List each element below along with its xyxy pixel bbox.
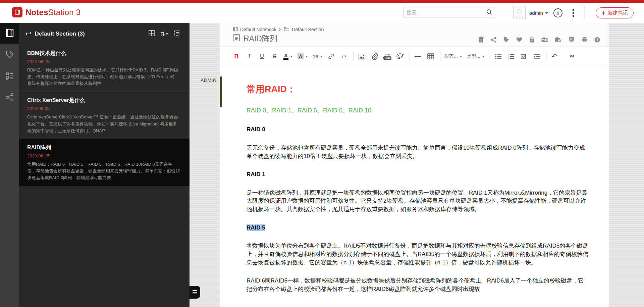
note-date: 2020-08-05	[27, 106, 181, 111]
tag-icon	[5, 50, 14, 60]
font-size-select[interactable]: 16	[313, 51, 323, 61]
top-accent-bar	[0, 0, 644, 3]
snapshot-icon[interactable]	[541, 37, 548, 42]
tag-icon[interactable]	[503, 37, 509, 43]
back-icon[interactable]: ↩	[25, 30, 31, 38]
topbar: NotesStation 3 admin i + 新建笔记	[0, 3, 644, 23]
notes-station-logo-icon	[12, 7, 22, 17]
note-content[interactable]: 常用RAID： RAID 0、RAID 1、RAID 5、RAID 6、RAID…	[220, 66, 609, 307]
notes-panel-tools: ⇅	[148, 30, 181, 38]
editor-header: Default Notebook > Default Section RAID阵…	[220, 23, 609, 47]
note-card-bbm[interactable]: BBM技术是什么 2020-08-15 BBM是一种磁盘阵列处理坏道问题的技术。…	[19, 45, 190, 92]
user-menu-caret-icon[interactable]	[545, 12, 548, 14]
insert-image-button[interactable]	[358, 51, 366, 61]
undo-button[interactable]: ↶	[550, 51, 558, 61]
note-card-raid-selected[interactable]: RAID阵列 2020-08-15 常用RAID：RAID 0、RAID 1、R…	[19, 139, 190, 186]
rail-item-todo[interactable]	[0, 66, 19, 87]
breadcrumb-section[interactable]: Default Section	[292, 27, 324, 32]
highlight-color-button[interactable]: A	[298, 51, 308, 61]
new-note-button[interactable]: + 新建笔记	[596, 7, 634, 18]
panel-collapse-handle[interactable]	[190, 286, 200, 299]
plus-icon: +	[601, 10, 605, 16]
type-caret-icon	[482, 56, 485, 57]
rail-item-notebooks[interactable]	[0, 23, 19, 44]
indent-button[interactable]	[533, 51, 541, 61]
underline-button[interactable]: U	[258, 51, 266, 61]
doodle-button[interactable]	[396, 51, 404, 61]
font-color-swatch	[283, 58, 288, 60]
info-icon[interactable]: i	[553, 8, 562, 17]
font-color-caret-icon	[290, 56, 293, 57]
blockquote-button[interactable]: ”	[568, 51, 576, 61]
section-heading-raid5: RAID 5	[247, 224, 589, 232]
note-info-icon[interactable]	[594, 37, 600, 43]
grid-view-icon[interactable]	[148, 30, 155, 38]
search-input[interactable]	[403, 7, 495, 17]
toolbar-divider	[354, 52, 354, 61]
avatar[interactable]	[513, 6, 526, 18]
strikethrough-button[interactable]: S	[271, 51, 279, 61]
font-size-caret-icon	[320, 56, 323, 57]
rail-item-tags[interactable]	[0, 44, 19, 66]
app-logo: NotesStation 3	[12, 7, 80, 17]
username-label[interactable]: admin	[529, 3, 543, 23]
sort-icon[interactable]: ⇅	[160, 31, 168, 38]
notebook-icon	[5, 28, 14, 39]
bold-button[interactable]: B	[232, 51, 240, 61]
section-breadcrumb-icon	[284, 27, 289, 33]
section-body-raid0: 无冗余备份，存储池包含所有硬盘容量，硬盘全部用来提升读写能力。简单而言：假设10…	[247, 144, 589, 160]
app-window: NotesStation 3 admin i + 新建笔记	[0, 0, 644, 307]
collaborator-cursor-bar	[220, 76, 222, 107]
attach-file-button[interactable]	[371, 51, 379, 61]
presentation-icon[interactable]	[569, 37, 575, 43]
align-dropdown[interactable]: 对齐...	[444, 51, 462, 61]
print-icon[interactable]	[582, 37, 587, 43]
youtube-button[interactable]: YouTube	[383, 51, 392, 61]
breadcrumb-notebook[interactable]: Default Notebook	[240, 27, 276, 32]
editor-toolbar: B I U S A A 16 T✕ YouTube 对齐... 类型...	[220, 47, 609, 66]
topbar-divider	[585, 7, 585, 19]
note-preview: 常用RAID：RAID 0、RAID 1、RAID 5、RAID 6、RAID …	[27, 161, 181, 181]
link-button[interactable]	[327, 51, 335, 61]
selected-text: RAID 5	[247, 224, 265, 231]
favorite-icon[interactable]	[516, 37, 522, 42]
breadcrumb: Default Notebook > Default Section	[233, 23, 609, 33]
new-note-list-icon[interactable]	[174, 30, 181, 38]
note-document-icon	[233, 34, 240, 44]
lock-icon[interactable]	[529, 37, 534, 43]
snapshot-settings-icon[interactable]	[555, 37, 561, 42]
section-title: Default Section (3)	[35, 31, 148, 37]
note-card-citrix[interactable]: Citrix XenServer是什么 2020-08-05 Citrix Xe…	[19, 92, 190, 139]
horizontal-rule-button[interactable]	[414, 51, 422, 61]
workspace: ↩ Default Section (3) ⇅ BBM技术是什么 2020-08…	[0, 23, 644, 307]
notes-panel: ↩ Default Section (3) ⇅ BBM技术是什么 2020-08…	[19, 23, 190, 307]
delete-icon[interactable]	[478, 37, 484, 43]
toolbar-divider	[440, 52, 440, 61]
clear-format-button[interactable]: T✕	[340, 51, 348, 61]
bullet-list-button[interactable]	[494, 51, 502, 61]
notes-panel-header: ↩ Default Section (3) ⇅	[19, 23, 190, 45]
font-color-button[interactable]: A	[283, 51, 293, 61]
section-heading-raid0: RAID 0	[247, 125, 589, 134]
note-date: 2020-08-15	[27, 59, 181, 64]
search-icon[interactable]	[486, 9, 492, 16]
checklist-button[interactable]	[520, 51, 528, 61]
numbered-list-button[interactable]: 123	[507, 51, 515, 61]
share-icon	[5, 93, 14, 103]
italic-button[interactable]: I	[245, 51, 253, 61]
toolbar-divider	[490, 52, 490, 61]
note-title: Citrix XenServer是什么	[27, 97, 181, 104]
type-dropdown[interactable]: 类型...	[467, 51, 485, 61]
share-icon[interactable]	[491, 37, 496, 43]
more-options-icon[interactable]	[573, 9, 574, 18]
note-date: 2020-08-15	[27, 153, 181, 158]
editor-panel: Default Notebook > Default Section RAID阵…	[220, 23, 609, 307]
note-content-inner: 常用RAID： RAID 0、RAID 1、RAID 5、RAID 6、RAID…	[247, 83, 589, 294]
left-rail	[0, 23, 19, 307]
insert-table-button[interactable]	[427, 51, 435, 61]
content-heading: 常用RAID：	[247, 83, 589, 96]
note-preview: Citrix XenServerCitrix® XenServer™ 是唯一企业…	[27, 114, 181, 134]
note-title-text[interactable]: RAID阵列	[244, 34, 277, 44]
rail-item-shared[interactable]	[0, 87, 19, 109]
note-preview: BBM是一种磁盘阵列处理坏道问题的技术。它只针对于RAID 5、RAID 6阵列…	[27, 67, 181, 87]
